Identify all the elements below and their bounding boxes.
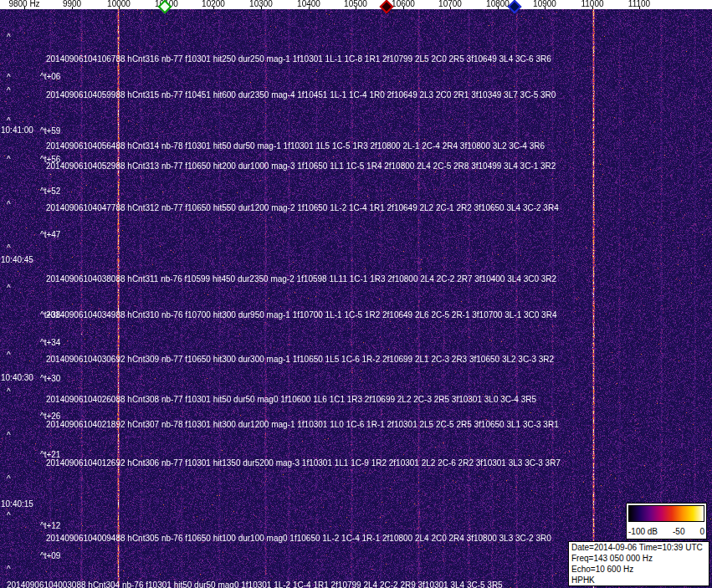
- info-echo: Echo=10 600 Hz: [571, 564, 706, 575]
- detection-log-line: 20140906104012692 hCnt306 nb-77 f10301 h…: [46, 459, 561, 468]
- second-tick-caret: ^: [7, 33, 11, 42]
- axis-tick-mark: [213, 7, 214, 9]
- axis-tick-mark: [592, 7, 593, 9]
- detection-log-line: 20140906104003088 hCnt304 nb-76 f10301 h…: [7, 581, 503, 588]
- axis-tick-mark: [403, 7, 404, 9]
- detection-log-line: 20140906104106788 hCnt316 nb-77 f10301 h…: [46, 55, 551, 64]
- detection-log-line: 20140906104059988 hCnt315 nb-77 f10451 h…: [46, 91, 556, 100]
- info-frequency: Freq=143 050 000 Hz: [571, 553, 706, 564]
- relative-time-marker: ^t+21: [40, 451, 60, 459]
- second-tick-caret: ^: [7, 432, 11, 440]
- colorbar-min-label: -100 dB: [628, 528, 658, 536]
- info-station: HPHK: [571, 575, 706, 585]
- axis-tick-mark: [309, 7, 310, 9]
- relative-time-marker: ^t+34: [40, 339, 60, 347]
- axis-tick-mark: [72, 7, 73, 9]
- axis-tick-mark: [545, 7, 546, 9]
- time-axis-label: 10:40:30: [1, 374, 33, 382]
- axis-tick-mark: [639, 7, 640, 9]
- axis-tick-mark: [356, 7, 356, 9]
- second-tick-caret: ^: [7, 475, 11, 483]
- detection-log-line: 20140906104034988 hCnt310 nb-76 f10700 h…: [46, 311, 556, 320]
- overlay-layer: 10:41:0010:40:4510:40:3010:40:1520140906…: [0, 0, 712, 588]
- detection-log-line: 20140906104052988 hCnt313 nb-77 f10650 h…: [46, 162, 556, 171]
- status-info-box: Date=2014-09-06 Time=10:39 UTC Freq=143 …: [568, 541, 709, 586]
- axis-tick-mark: [261, 7, 262, 9]
- colorbar-mid-label: -50: [673, 528, 684, 536]
- time-axis-label: 10:41:00: [1, 126, 33, 135]
- detection-log-line: 20140906104021892 hCnt307 nb-78 f10301 h…: [46, 421, 559, 429]
- axis-tick-mark: [450, 7, 451, 9]
- second-tick-caret: ^: [7, 87, 11, 95]
- axis-tick-mark: [119, 7, 120, 9]
- second-tick-caret: ^: [7, 201, 11, 209]
- second-tick-caret: ^: [7, 244, 11, 253]
- second-tick-caret: ^: [7, 388, 11, 396]
- detection-log-line: 20140906104047788 hCnt312 nb-77 f10650 h…: [46, 204, 559, 212]
- second-tick-caret: ^: [7, 156, 11, 164]
- colorbar-labels: -100 dB -50 0: [628, 528, 704, 536]
- relative-time-marker: ^t+59: [40, 127, 60, 135]
- detection-log-line: 20140906104038088 hCnt311 nb-76 f10599 h…: [46, 275, 556, 284]
- second-tick-caret: ^: [7, 565, 11, 574]
- time-axis-label: 10:40:15: [1, 500, 33, 509]
- info-date-time: Date=2014-09-06 Time=10:39 UTC: [571, 542, 706, 553]
- colorbar-gradient: [628, 505, 704, 522]
- relative-time-marker: ^t+38: [40, 311, 60, 320]
- second-tick-caret: ^: [7, 117, 11, 125]
- relative-time-marker: ^t+52: [40, 187, 60, 196]
- time-axis-label: 10:40:45: [1, 256, 33, 264]
- second-tick-caret: ^: [7, 512, 11, 520]
- second-tick-caret: ^: [7, 351, 11, 360]
- relative-time-marker: ^t+12: [40, 522, 60, 530]
- relative-time-marker: ^t+56: [40, 156, 60, 164]
- relative-time-marker: ^t+09: [40, 552, 60, 560]
- colorbar-max-label: 0: [699, 528, 704, 536]
- screen: 9800 Hz990010000101001020010300104001050…: [0, 0, 712, 588]
- relative-time-marker: ^t+30: [40, 375, 60, 383]
- relative-time-marker: ^t+26: [40, 412, 60, 421]
- colorbar-legend: -100 dB -50 0: [626, 503, 707, 539]
- detection-log-line: 20140906104030692 hCnt309 nb-77 f10650 h…: [46, 355, 554, 364]
- relative-time-marker: ^t+06: [40, 73, 60, 81]
- axis-tick-mark: [24, 7, 25, 9]
- frequency-axis: 9800 Hz990010000101001020010300104001050…: [0, 0, 712, 9]
- detection-log-line: 20140906104026088 hCnt308 nb-77 f10301 h…: [46, 396, 536, 404]
- axis-tick-mark: [498, 7, 499, 9]
- detection-log-line: 20140906104009488 hCnt305 nb-76 f10650 h…: [46, 534, 551, 543]
- second-tick-caret: ^: [7, 74, 11, 82]
- detection-log-line: 20140906104056488 hCnt314 nb-78 f10301 h…: [46, 142, 545, 151]
- second-tick-caret: ^: [7, 284, 11, 293]
- relative-time-marker: ^t+47: [40, 231, 60, 239]
